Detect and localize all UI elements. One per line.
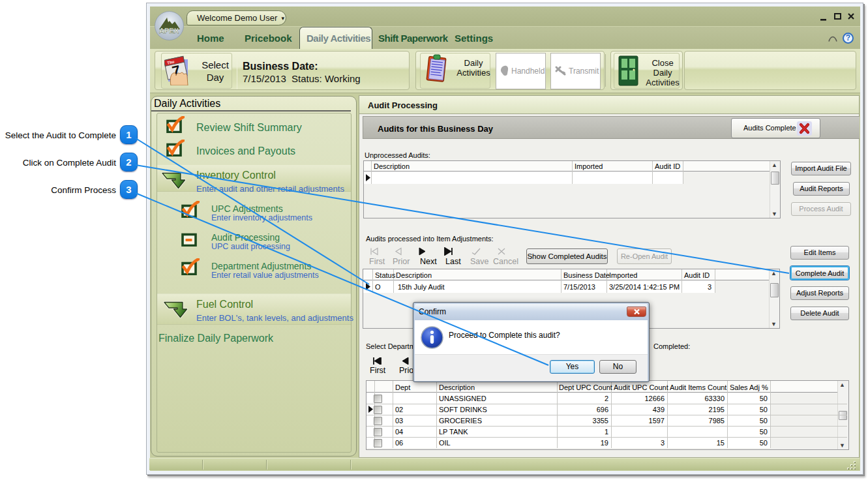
svg-text:APEX: APEX: [159, 27, 179, 35]
